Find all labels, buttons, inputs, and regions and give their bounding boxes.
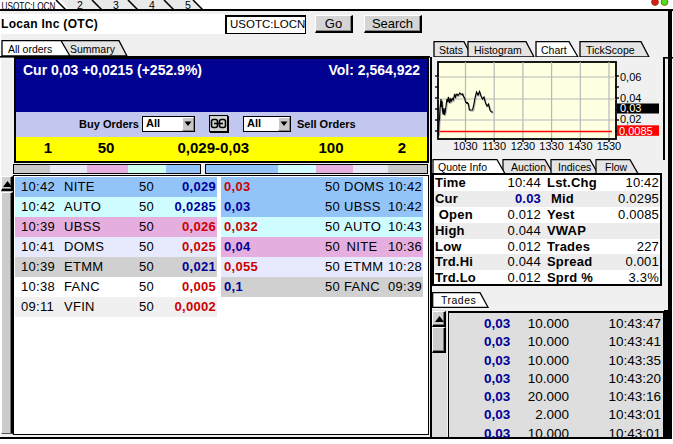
svg-text:0,02: 0,02 <box>620 113 641 125</box>
svg-text:Auction: Auction <box>511 161 546 173</box>
svg-text:1430: 1430 <box>568 140 592 152</box>
svg-text:Summary: Summary <box>70 43 116 55</box>
svg-text:Indices: Indices <box>558 161 591 173</box>
svg-text:Trades: Trades <box>441 294 476 306</box>
svg-text:1030: 1030 <box>453 140 477 152</box>
svg-text:Chart: Chart <box>541 44 567 56</box>
svg-text:3: 3 <box>113 0 119 11</box>
svg-text:Histogram: Histogram <box>474 44 522 56</box>
svg-text:2: 2 <box>77 0 83 11</box>
svg-text:5: 5 <box>185 0 191 11</box>
svg-text:USOTC:LOCN: USOTC:LOCN <box>2 0 56 11</box>
svg-text:1530: 1530 <box>597 140 621 152</box>
svg-text:Quote Info: Quote Info <box>438 161 487 173</box>
svg-text:0,06: 0,06 <box>620 71 641 83</box>
svg-text:1130: 1130 <box>482 140 506 152</box>
svg-text:All orders: All orders <box>8 43 52 55</box>
svg-text:0,0085: 0,0085 <box>619 125 653 137</box>
svg-text:4: 4 <box>149 0 155 11</box>
svg-text:TickScope: TickScope <box>586 44 635 56</box>
svg-text:Flow: Flow <box>605 161 628 173</box>
svg-text:Stats: Stats <box>439 44 463 56</box>
svg-text:1230: 1230 <box>511 140 535 152</box>
svg-text:1330: 1330 <box>539 140 563 152</box>
